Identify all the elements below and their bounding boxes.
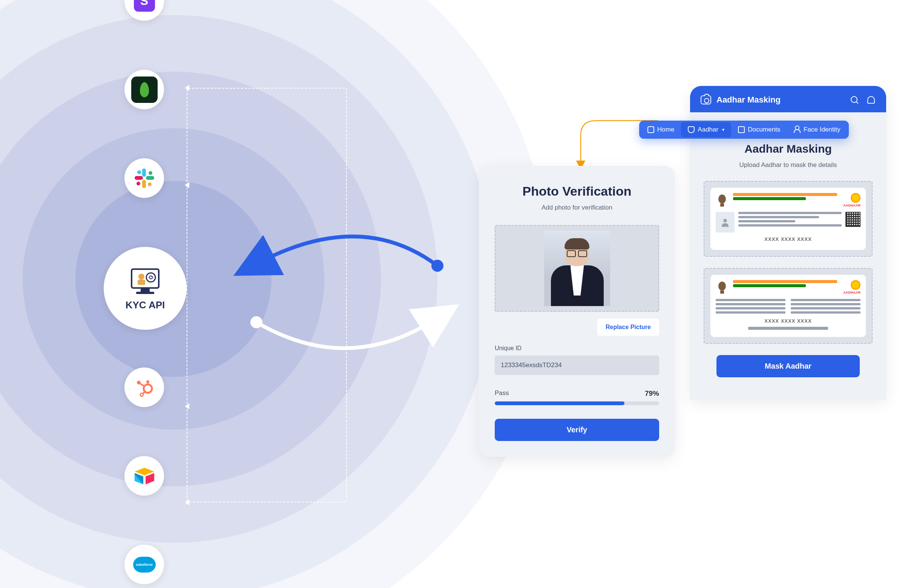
integration-salesforce-icon: salesforce bbox=[124, 545, 164, 584]
svg-rect-31 bbox=[720, 291, 724, 294]
integration-stripe-icon: S bbox=[124, 0, 164, 21]
aadhar-back-preview: AADHAAR XXXX XXXX XXXX bbox=[710, 275, 866, 337]
photo-verification-card: Photo Verification Add photo for verific… bbox=[479, 166, 675, 457]
verify-button[interactable]: Verify bbox=[495, 419, 659, 441]
svg-point-11 bbox=[138, 274, 144, 280]
uploaded-photo bbox=[544, 231, 610, 306]
mask-aadhar-button[interactable]: Mask Aadhar bbox=[716, 355, 860, 377]
svg-point-15 bbox=[146, 380, 149, 384]
tab-face-identity[interactable]: Face Identity bbox=[787, 122, 847, 137]
integrations-column: S KYC API bbox=[124, 0, 187, 588]
camera-icon bbox=[701, 95, 711, 105]
svg-point-29 bbox=[723, 219, 727, 222]
svg-line-18 bbox=[140, 384, 145, 386]
integration-hubspot-icon bbox=[124, 368, 164, 407]
pass-progress-fill bbox=[495, 401, 624, 405]
masked-text-lines bbox=[716, 299, 861, 314]
aadhar-header: Aadhar Masking bbox=[690, 86, 886, 113]
svg-rect-0 bbox=[142, 168, 146, 177]
pass-progress-bar bbox=[495, 401, 659, 405]
aadhar-tabs: Home Aadhar ▾ Documents Face Identity bbox=[639, 120, 849, 139]
tab-documents[interactable]: Documents bbox=[731, 122, 787, 137]
svg-point-27 bbox=[718, 195, 726, 204]
home-icon bbox=[648, 126, 654, 133]
svg-rect-10 bbox=[136, 292, 154, 294]
person-icon bbox=[794, 126, 800, 133]
aadhar-body-title: Aadhar Masking bbox=[703, 143, 873, 155]
tricolor-bars bbox=[733, 193, 837, 200]
svg-rect-2 bbox=[142, 180, 146, 188]
aadhar-body-subtitle: Upload Aadhar to mask the details bbox=[703, 161, 873, 169]
unique-id-label: Unique ID bbox=[495, 345, 659, 352]
svg-marker-23 bbox=[146, 473, 154, 484]
pv-title: Photo Verification bbox=[495, 184, 659, 199]
shield-icon bbox=[688, 126, 695, 133]
aadhar-masking-card: Aadhar Masking Home Aadhar ▾ Documents F… bbox=[690, 86, 886, 400]
unique-id-input[interactable] bbox=[495, 355, 659, 375]
svg-marker-21 bbox=[135, 468, 154, 475]
svg-point-30 bbox=[718, 282, 726, 291]
aadhar-number-masked: XXXX XXXX XXXX bbox=[716, 318, 861, 324]
aadhaar-logo-icon: AADHAAR bbox=[841, 280, 861, 294]
kyc-api-label: KYC API bbox=[125, 299, 165, 311]
bell-icon[interactable] bbox=[867, 95, 876, 105]
svg-rect-28 bbox=[720, 204, 724, 206]
footer-bar bbox=[748, 327, 828, 330]
qr-code-icon bbox=[845, 212, 861, 227]
search-icon[interactable] bbox=[850, 95, 859, 105]
photo-upload-zone[interactable] bbox=[495, 225, 659, 312]
pass-label: Pass bbox=[495, 389, 509, 398]
tab-home[interactable]: Home bbox=[641, 122, 681, 137]
svg-point-4 bbox=[137, 170, 141, 174]
integration-airtable-icon bbox=[124, 456, 164, 496]
svg-point-25 bbox=[431, 260, 443, 272]
svg-point-17 bbox=[137, 381, 141, 385]
svg-point-7 bbox=[137, 182, 140, 185]
svg-rect-12 bbox=[138, 280, 145, 285]
emblem-icon bbox=[716, 193, 729, 208]
pass-percent: 79% bbox=[645, 389, 659, 398]
masked-text-lines bbox=[738, 212, 841, 233]
aadhar-number-masked: XXXX XXXX XXXX bbox=[716, 236, 861, 242]
svg-point-6 bbox=[148, 182, 152, 186]
tricolor-bars bbox=[733, 280, 837, 287]
pv-subtitle: Add photo for verification bbox=[495, 204, 659, 211]
aadhar-front-preview: AADHAAR XXXX XXXX XXXX bbox=[710, 188, 866, 250]
aadhar-photo-placeholder bbox=[716, 212, 735, 233]
emblem-icon bbox=[716, 280, 729, 295]
svg-rect-1 bbox=[146, 176, 154, 180]
svg-point-26 bbox=[250, 316, 262, 328]
aadhar-header-title: Aadhar Masking bbox=[716, 95, 781, 105]
aadhaar-logo-icon: AADHAAR bbox=[841, 193, 861, 207]
svg-rect-3 bbox=[135, 176, 143, 180]
replace-picture-button[interactable]: Replace Picture bbox=[597, 319, 659, 336]
tab-aadhar[interactable]: Aadhar ▾ bbox=[681, 122, 731, 137]
sync-arrows-icon bbox=[226, 220, 460, 356]
document-icon bbox=[738, 126, 745, 133]
svg-line-20 bbox=[143, 391, 145, 393]
aadhar-back-upload-zone[interactable]: AADHAAR XXXX XXXX XXXX bbox=[703, 268, 873, 344]
svg-point-13 bbox=[146, 273, 156, 282]
svg-point-19 bbox=[140, 393, 143, 396]
chevron-down-icon: ▾ bbox=[722, 127, 724, 132]
integration-slack-icon bbox=[124, 158, 164, 198]
kyc-api-center-icon: KYC API bbox=[104, 247, 187, 330]
aadhar-front-upload-zone[interactable]: AADHAAR XXXX XXXX XXXX bbox=[703, 181, 873, 257]
svg-point-5 bbox=[149, 171, 152, 175]
integration-mongo-icon bbox=[124, 70, 164, 109]
svg-rect-9 bbox=[141, 288, 150, 292]
